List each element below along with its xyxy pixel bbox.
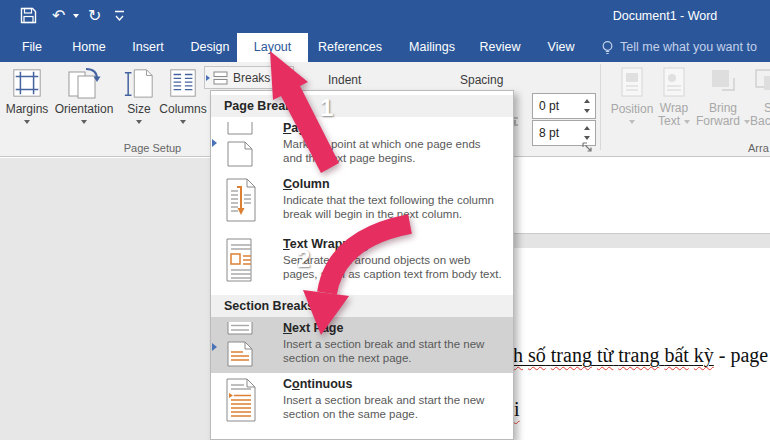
tab-mailings[interactable]: Mailings — [398, 33, 466, 62]
tab-home[interactable]: Home — [64, 33, 114, 62]
spin-down-icon[interactable] — [584, 136, 590, 140]
next-page-title: Next Page — [283, 320, 484, 336]
breaks-marker-icon — [206, 75, 210, 81]
qat-customize-button[interactable] — [114, 10, 125, 23]
tab-view[interactable]: View — [532, 33, 590, 62]
paragraph-dialog-launcher[interactable] — [582, 142, 594, 154]
send-backward-icon — [752, 64, 770, 102]
page-title: Page — [283, 120, 481, 136]
heading-suffix: - page 3 — [714, 344, 770, 366]
lightbulb-icon — [601, 40, 614, 57]
position-button: Position — [608, 64, 656, 124]
column-title: Column — [283, 176, 494, 192]
save-button[interactable] — [20, 7, 37, 29]
wrap-text-caret-icon — [684, 120, 690, 124]
send-backward-button: S Bac — [746, 64, 770, 128]
tell-me-box[interactable]: Tell me what you want to do — [620, 33, 770, 62]
size-button[interactable]: Size — [118, 64, 160, 124]
tab-file[interactable]: File — [8, 33, 56, 62]
position-caret-icon — [629, 120, 635, 124]
orientation-caret-icon — [81, 120, 87, 124]
qat-customize-icon — [114, 10, 125, 23]
position-icon — [618, 64, 646, 102]
ribbon-tab-row: File Home Insert Design Layout Reference… — [0, 33, 770, 62]
group-separator — [600, 64, 601, 150]
spacing-before-spinner[interactable] — [581, 94, 593, 118]
continuous-desc: Insert a section break and start the new… — [283, 394, 484, 421]
size-label: Size — [127, 102, 150, 116]
bring-forward-button: Bring Forward — [698, 64, 748, 128]
margins-icon — [11, 64, 43, 102]
orientation-button[interactable]: Orientation — [52, 64, 116, 124]
breaks-caret-icon — [275, 76, 281, 80]
menu-item-page[interactable]: Page Mark the point at which one page en… — [211, 117, 513, 173]
wrap-text-button: Wrap Text — [652, 64, 696, 128]
tab-references[interactable]: References — [314, 33, 386, 62]
arrange-group-label: Arra — [748, 142, 769, 154]
indent-label: Indent — [328, 73, 361, 87]
title-bar: ↶ ↻ Document1 - Word — [0, 0, 770, 33]
next-page-break-icon — [223, 321, 263, 373]
spacing-label: Spacing — [460, 73, 503, 87]
document-heading-text: h số trang từ trang bất kỳ - page 3 — [513, 344, 770, 367]
wrap-text-icon — [660, 64, 688, 102]
redo-icon: ↻ — [88, 7, 101, 24]
spin-down-icon[interactable] — [584, 109, 590, 113]
page-breaks-header: Page Breaks — [211, 95, 513, 117]
continuous-title: Continuous — [283, 376, 484, 392]
columns-label: Columns — [159, 102, 206, 116]
position-label: Position — [611, 102, 654, 116]
window-title: Document1 - Word — [560, 0, 770, 33]
next-page-item-marker-icon — [212, 343, 217, 351]
margins-caret-icon — [24, 120, 30, 124]
breaks-icon — [213, 71, 229, 85]
undo-icon: ↶ — [52, 7, 65, 24]
clipped-text-fragment: i — [514, 398, 522, 424]
columns-icon — [167, 64, 199, 102]
section-breaks-header: Section Breaks — [211, 295, 513, 317]
columns-button[interactable]: Columns — [160, 64, 206, 124]
underlined-phrase: h số trang từ trang bất kỳ — [513, 344, 714, 366]
spin-up-icon[interactable] — [584, 126, 590, 130]
tab-review[interactable]: Review — [468, 33, 532, 62]
page-desc: Mark the point at which one page endsand… — [283, 138, 481, 165]
tab-insert[interactable]: Insert — [120, 33, 176, 62]
bring-forward-label-2: Forward — [696, 115, 740, 128]
menu-item-text-wrapping[interactable]: Text Wrapping Separate text around objec… — [211, 233, 513, 295]
spacing-before-value: 0 pt — [539, 94, 559, 118]
tab-layout[interactable]: Layout — [237, 33, 308, 62]
orientation-icon — [66, 64, 102, 102]
breaks-menu: Page Breaks Page Mark the point at which… — [210, 90, 514, 440]
page-break-icon — [223, 121, 263, 173]
menu-item-continuous[interactable]: Continuous Insert a section break and st… — [211, 373, 513, 433]
breaks-button[interactable]: Breaks — [204, 66, 294, 89]
size-caret-icon — [136, 120, 142, 124]
word-window: ↶ ↻ Document1 - Word File Home Insert De… — [0, 0, 770, 440]
spin-up-icon[interactable] — [584, 99, 590, 103]
orientation-label: Orientation — [55, 102, 114, 116]
page-item-marker-icon — [212, 139, 217, 147]
undo-caret-icon[interactable] — [73, 14, 79, 18]
text-wrapping-title: Text Wrapping — [283, 236, 502, 252]
column-break-icon — [223, 177, 263, 233]
wrap-text-label-2: Text — [658, 115, 680, 128]
undo-button[interactable]: ↶ — [52, 5, 65, 27]
text-wrapping-desc: Separate text around objects on webpages… — [283, 254, 502, 281]
redo-button[interactable]: ↻ — [88, 5, 101, 27]
menu-item-column[interactable]: Column Indicate that the text following … — [211, 173, 513, 233]
spacing-before-input[interactable]: 0 pt — [532, 93, 596, 119]
text-wrapping-break-icon — [223, 237, 263, 295]
save-icon — [20, 7, 37, 24]
menu-item-next-page[interactable]: Next Page Insert a section break and sta… — [211, 317, 513, 373]
send-backward-label-2: Bac — [750, 115, 770, 128]
next-page-desc: Insert a section break and start the new… — [283, 338, 484, 365]
size-icon — [122, 64, 156, 102]
column-desc: Indicate that the text following the col… — [283, 194, 494, 221]
bring-forward-icon — [707, 64, 739, 102]
spacing-after-value: 8 pt — [539, 121, 559, 145]
breaks-label: Breaks — [233, 71, 270, 85]
page-setup-group-label: Page Setup — [100, 142, 205, 154]
tab-design[interactable]: Design — [182, 33, 238, 62]
continuous-break-icon — [223, 377, 263, 433]
margins-button[interactable]: Margins — [4, 64, 50, 124]
